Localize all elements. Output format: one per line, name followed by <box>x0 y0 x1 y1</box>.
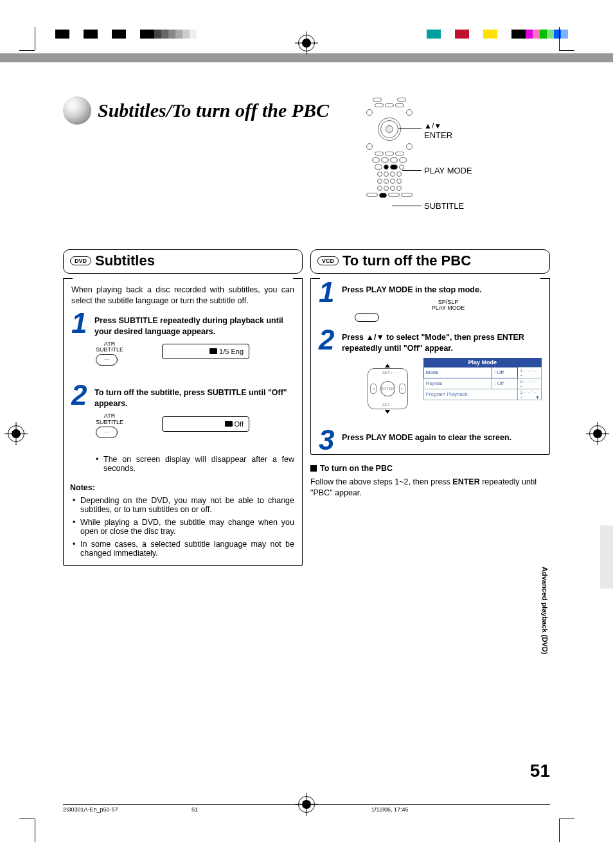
registration-mark-icon <box>8 425 24 442</box>
remote-label-subtitle: SUBTITLE <box>424 201 464 211</box>
crop-mark <box>559 819 574 819</box>
step-note: The on screen display will disappear aft… <box>94 455 294 473</box>
registration-mark-icon <box>298 35 315 51</box>
note-item: In some cases, a selected subtitle langu… <box>71 540 294 558</box>
crop-mark <box>35 27 35 50</box>
step-2: 2 To turn off the subtitle, press SUBTIT… <box>71 387 294 473</box>
note-item: While playing a DVD, the subtitle may ch… <box>71 518 294 536</box>
dvd-badge-icon: DVD <box>70 256 91 265</box>
osd-display: 1/5 Eng <box>162 344 249 359</box>
section-subtitles: DVD Subtitles When playing back a disc r… <box>63 154 303 566</box>
crop-mark <box>35 819 35 842</box>
side-tab-label: Advanced playback (DVD) <box>541 567 549 654</box>
subtitle-button-icon: ATRSUBTITLE ⋯ <box>96 413 123 438</box>
section-header: DVD Subtitles <box>63 249 303 274</box>
sphere-icon <box>63 96 91 125</box>
step-number-icon: 3 <box>319 426 334 454</box>
step-number-icon: 1 <box>71 309 87 337</box>
vcd-badge-icon: VCD <box>317 256 339 265</box>
step-3: 3 Press PLAY MODE again to clear the scr… <box>319 432 542 443</box>
notes-header: Notes: <box>70 483 294 492</box>
crop-mark <box>19 819 35 819</box>
intro-text: When playing back a disc recorded with s… <box>71 285 294 306</box>
crop-mark <box>559 27 560 50</box>
step-2: 2 Press ▲/▼ to select "Mode", then press… <box>319 332 542 414</box>
playmode-button-icon: SP/SLPPLAY MODE <box>355 299 542 322</box>
page-number: 51 <box>530 761 550 781</box>
print-graybar <box>0 53 613 62</box>
playmode-menu-osd: Play Mode Mode: Off1 – – : – – Repeat: O… <box>423 358 542 400</box>
step-number-icon: 2 <box>319 326 334 354</box>
osd-display: Off <box>162 416 249 432</box>
step-number-icon: 1 <box>319 278 334 306</box>
section-header: VCD To turn off the PBC <box>310 249 550 274</box>
section-title: Subtitles <box>95 252 155 269</box>
side-tab-accent <box>600 526 613 589</box>
registration-mark-icon <box>589 425 606 442</box>
print-footer: 2I30301A-En_p50-57 51 1/12/06, 17:45 <box>63 804 550 813</box>
section-pbc: VCD To turn off the PBC 1 Press PLAY MOD… <box>310 154 550 566</box>
crop-mark <box>559 50 574 51</box>
note-item: Depending on the DVD, you may not be abl… <box>71 496 294 514</box>
page-title: Subtitles/To turn off the PBC <box>98 100 329 121</box>
dpad-icon: SET + ◂ ENTER ▸ SET – <box>362 363 413 414</box>
subtitle-button-icon: ATRSUBTITLE ⋯ <box>96 341 123 366</box>
step-number-icon: 2 <box>71 381 87 409</box>
step-1: 1 Press SUBTITLE repeatedly during playb… <box>71 315 294 366</box>
section-title: To turn off the PBC <box>342 252 471 269</box>
crop-mark <box>559 819 560 842</box>
remote-label-enter: ▲/▼ENTER <box>424 121 452 140</box>
crop-mark <box>19 50 35 51</box>
turn-on-pbc-header: To turn on the PBC <box>310 464 550 473</box>
step-text: Press ▲/▼ to select "Mode", then press E… <box>342 332 542 354</box>
turn-on-pbc-text: Follow the above steps 1~2, then press E… <box>310 477 550 499</box>
step-1: 1 Press PLAY MODE in the stop mode. SP/S… <box>319 285 542 322</box>
remote-label-playmode: PLAY MODE <box>424 166 472 175</box>
remote-diagram: ▲/▼ENTER PLAY MODE SUBTITLE <box>364 98 531 213</box>
